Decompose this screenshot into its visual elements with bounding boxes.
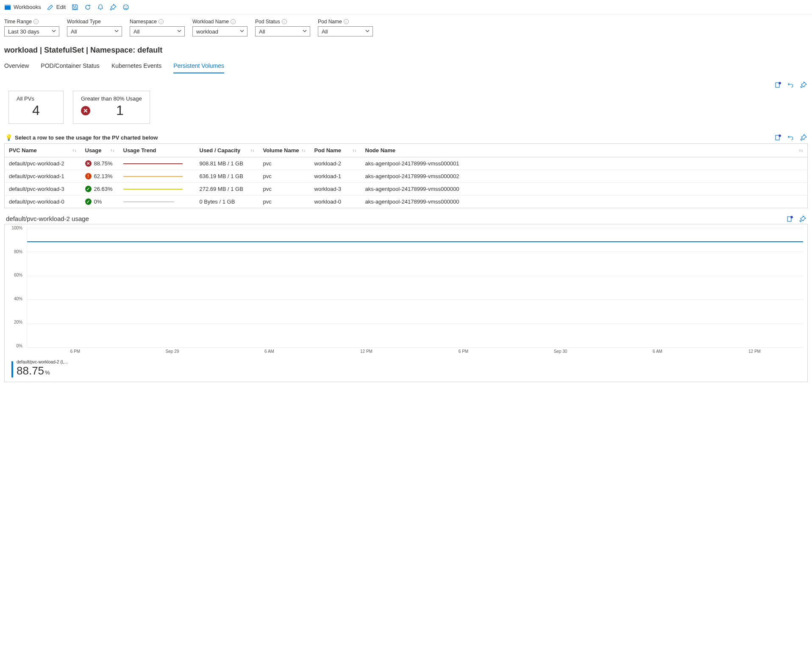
save-icon[interactable]	[72, 4, 78, 11]
cell-used: 636.19 MB / 1 GB	[195, 170, 259, 183]
filter-label: Time Rangei	[4, 19, 59, 25]
cell-node: aks-agentpool-24178999-vmss000000	[361, 183, 808, 196]
th-usage-trend[interactable]: Usage Trend	[119, 144, 195, 157]
log-analytics-icon[interactable]	[787, 215, 793, 222]
filter-bar: Time Rangei Last 30 days Workload Type A…	[0, 14, 812, 36]
grid-line	[27, 324, 803, 324]
chart-series-line	[27, 241, 803, 242]
y-tick-label: 100%	[11, 226, 22, 230]
cell-trend	[119, 170, 195, 183]
chevron-down-icon	[177, 28, 182, 35]
edit-button[interactable]: Edit	[47, 4, 66, 11]
x-tick-label: 12 PM	[318, 349, 415, 354]
status-icon: ✕	[85, 160, 92, 167]
tab-overview[interactable]: Overview	[4, 59, 29, 73]
undo-icon[interactable]	[787, 81, 794, 88]
x-tick-label: 12 PM	[706, 349, 803, 354]
cell-usage: ✓26.63%	[81, 183, 119, 196]
filter-workload-name: Workload Namei workload	[192, 19, 247, 36]
chart[interactable]: 100%80%60%40%20%0% 6 PMSep 296 AM12 PM6 …	[4, 224, 808, 382]
cell-node: aks-agentpool-24178999-vmss000001	[361, 157, 808, 170]
table-row[interactable]: default/pvc-workload-0✓0%0 Bytes / 1 GBp…	[5, 196, 808, 208]
cell-used: 272.69 MB / 1 GB	[195, 183, 259, 196]
info-icon[interactable]: i	[282, 19, 287, 24]
log-analytics-icon[interactable]	[775, 81, 781, 88]
pin-icon[interactable]	[110, 4, 117, 11]
chevron-down-icon	[114, 28, 119, 35]
card-gt80[interactable]: Greater than 80% Usage ✕ 1	[73, 91, 150, 124]
sort-icon[interactable]: ↑↓	[250, 148, 255, 153]
svg-point-6	[779, 82, 781, 84]
pod-status-select[interactable]: All	[255, 26, 310, 36]
pin-icon[interactable]	[800, 134, 807, 141]
workbooks-button[interactable]: Workbooks	[4, 4, 41, 11]
pod-name-select[interactable]: All	[318, 26, 373, 36]
smiley-icon[interactable]	[122, 4, 129, 11]
tab-pod-status[interactable]: POD/Container Status	[41, 59, 100, 73]
table-row[interactable]: default/pvc-workload-3✓26.63%272.69 MB /…	[5, 183, 808, 196]
th-pod-name[interactable]: Pod Name↑↓	[310, 144, 361, 157]
log-analytics-icon[interactable]	[775, 134, 781, 141]
cell-pod: workload-2	[310, 157, 361, 170]
th-usage[interactable]: Usage↑↓	[81, 144, 119, 157]
cell-volume: pvc	[259, 157, 310, 170]
chevron-down-icon	[302, 28, 307, 35]
cell-pod: workload-1	[310, 170, 361, 183]
pin-icon[interactable]	[799, 215, 806, 222]
cell-pvc: default/pvc-workload-2	[5, 157, 81, 170]
sort-icon[interactable]: ↑↓	[302, 148, 306, 153]
info-icon[interactable]: i	[231, 19, 236, 24]
hint-row: 💡 Select a row to see the usage for the …	[0, 132, 812, 143]
cell-used: 908.81 MB / 1 GB	[195, 157, 259, 170]
filter-time-range: Time Rangei Last 30 days	[4, 19, 59, 36]
trend-sparkline	[123, 189, 183, 190]
status-icon: ✓	[85, 186, 92, 192]
x-tick-label: 6 PM	[27, 349, 124, 354]
sort-icon[interactable]: ↑↓	[353, 148, 357, 153]
th-volume-name[interactable]: Volume Name↑↓	[259, 144, 310, 157]
cell-pod: workload-0	[310, 196, 361, 208]
cell-volume: pvc	[259, 196, 310, 208]
workload-name-select[interactable]: workload	[192, 26, 247, 36]
workload-type-select[interactable]: All	[67, 26, 122, 36]
sort-icon[interactable]: ↑↓	[111, 148, 115, 153]
grid-line	[27, 276, 803, 276]
namespace-select[interactable]: All	[130, 26, 185, 36]
cell-usage: ✓0%	[81, 196, 119, 208]
undo-icon[interactable]	[787, 134, 794, 141]
cell-usage: ✕88.75%	[81, 157, 119, 170]
card-all-pvs[interactable]: All PVs 4	[8, 91, 64, 124]
info-icon[interactable]: i	[159, 19, 164, 24]
chevron-down-icon	[239, 28, 245, 35]
error-icon: ✕	[81, 106, 90, 115]
cell-pvc: default/pvc-workload-3	[5, 183, 81, 196]
y-tick-label: 80%	[14, 249, 22, 254]
info-icon[interactable]: i	[33, 19, 39, 24]
alert-icon[interactable]	[97, 4, 104, 11]
th-used-capacity[interactable]: Used / Capacity↑↓	[195, 144, 259, 157]
time-range-select[interactable]: Last 30 days	[4, 26, 59, 36]
pin-icon[interactable]	[800, 81, 807, 88]
sort-icon[interactable]: ↑↓	[72, 148, 77, 153]
filter-pod-name: Pod Namei All	[318, 19, 373, 36]
table-row[interactable]: default/pvc-workload-2✕88.75%908.81 MB /…	[5, 157, 808, 170]
cell-volume: pvc	[259, 183, 310, 196]
card-value: 4	[17, 103, 56, 118]
hint-text: Select a row to see the usage for the PV…	[15, 134, 158, 141]
sort-icon[interactable]: ↑↓	[799, 148, 803, 153]
chevron-down-icon	[51, 28, 56, 35]
edit-label: Edit	[56, 4, 66, 10]
th-pvc-name[interactable]: PVC Name↑↓	[5, 144, 81, 157]
status-icon: ✓	[85, 198, 92, 205]
info-icon[interactable]: i	[344, 19, 349, 24]
y-tick-label: 20%	[14, 320, 22, 324]
th-node-name[interactable]: Node Name↑↓	[361, 144, 808, 157]
cell-volume: pvc	[259, 170, 310, 183]
pencil-icon	[47, 4, 54, 11]
trend-sparkline	[123, 163, 183, 164]
tab-persistent-volumes[interactable]: Persistent Volumes	[173, 59, 224, 73]
tab-k8s-events[interactable]: Kubernetes Events	[111, 59, 161, 73]
refresh-icon[interactable]	[84, 4, 91, 11]
svg-point-10	[791, 216, 793, 218]
table-row[interactable]: default/pvc-workload-1!62.13%636.19 MB /…	[5, 170, 808, 183]
